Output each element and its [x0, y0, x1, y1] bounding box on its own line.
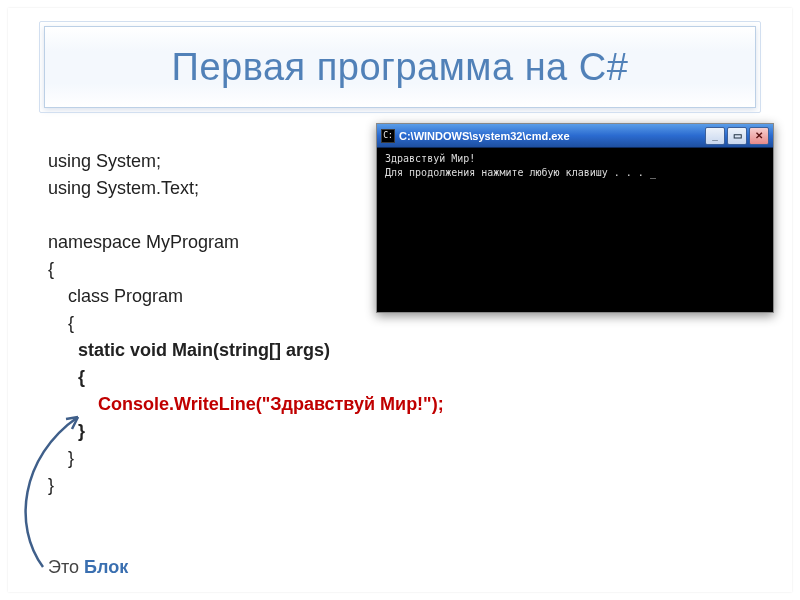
- code-line: {: [48, 259, 54, 279]
- code-line: class Program: [48, 286, 183, 306]
- footer-keyword: Блок: [84, 557, 128, 577]
- code-line: }: [48, 475, 54, 495]
- console-titlebar: C: C:\WINDOWS\system32\cmd.exe _ ▭ ✕: [377, 124, 773, 148]
- code-line: using System;: [48, 151, 161, 171]
- code-line: namespace MyProgram: [48, 232, 239, 252]
- code-line-highlight: Console.WriteLine("Здравствуй Мир!");: [48, 394, 444, 414]
- slide-title-box: Первая программа на С#: [44, 26, 756, 108]
- console-line: Здравствуй Мир!: [385, 153, 475, 164]
- footer-text: Это: [48, 557, 84, 577]
- code-line: using System.Text;: [48, 178, 199, 198]
- code-line: {: [48, 367, 85, 387]
- close-button[interactable]: ✕: [749, 127, 769, 145]
- code-line: }: [48, 448, 74, 468]
- slide-title: Первая программа на С#: [172, 46, 629, 89]
- window-controls: _ ▭ ✕: [705, 127, 769, 145]
- console-window: C: C:\WINDOWS\system32\cmd.exe _ ▭ ✕ Здр…: [376, 123, 774, 313]
- footer-note: Это Блок: [48, 557, 128, 578]
- code-line-main: static void Main(string[] args): [48, 340, 330, 360]
- minimize-button[interactable]: _: [705, 127, 725, 145]
- code-line: {: [48, 313, 74, 333]
- console-title: C:\WINDOWS\system32\cmd.exe: [399, 130, 705, 142]
- console-output: Здравствуй Мир! Для продолжения нажмите …: [379, 148, 771, 310]
- maximize-button[interactable]: ▭: [727, 127, 747, 145]
- console-line: Для продолжения нажмите любую клавишу . …: [385, 167, 656, 178]
- code-line: }: [48, 421, 85, 441]
- cmd-icon: C:: [381, 129, 395, 143]
- slide-content: Первая программа на С# using System; usi…: [8, 8, 792, 592]
